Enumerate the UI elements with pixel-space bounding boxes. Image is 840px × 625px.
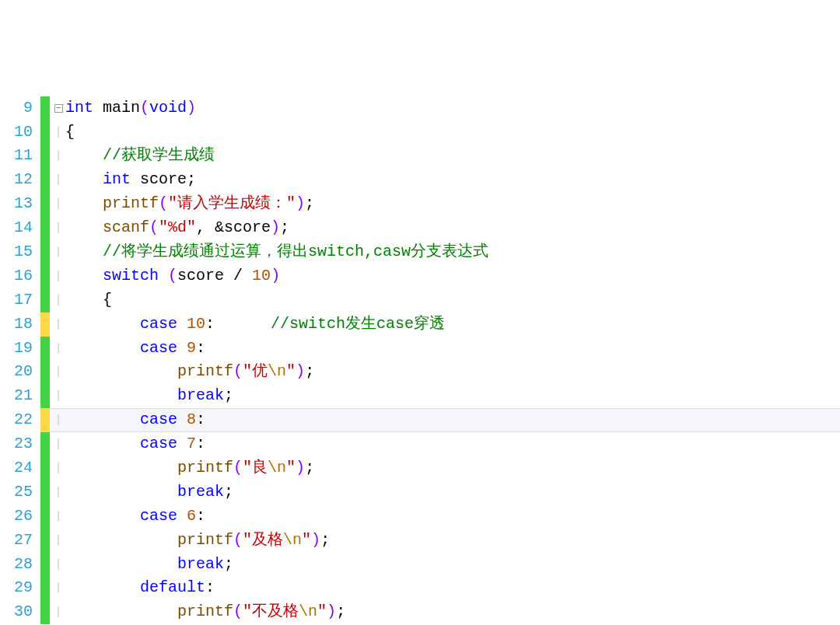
code-token: { [65,123,75,141]
code-token: 8 [187,410,196,428]
line-number: 11 [0,144,33,168]
code-line[interactable]: break; [65,384,840,408]
code-token: //switch发生case穿透 [271,315,445,333]
code-token: ; [280,218,289,236]
code-line[interactable]: case 6: [65,505,840,529]
fold-toggle-icon[interactable]: − [54,104,63,113]
code-line[interactable]: scanf("%d", &score); [65,216,840,240]
code-token: int [103,170,140,188]
change-marker [40,192,50,216]
code-token: ; [305,362,314,380]
fold-cell: | [51,576,65,600]
code-line[interactable]: case 8: [65,408,840,432]
code-token: ) [296,459,305,477]
code-line[interactable]: printf("优\n"); [65,360,840,384]
code-token: 10 [187,315,205,333]
code-line[interactable]: { [65,120,840,145]
code-token: " [302,531,311,549]
code-token: ( [233,531,243,549]
code-token: 10 [252,267,271,285]
change-marker [40,577,50,601]
code-token: case [140,507,177,525]
code-token: : [205,315,215,333]
fold-cell: | [51,600,65,624]
fold-cell: | [51,384,65,408]
code-line[interactable]: break; [65,480,840,505]
code-token: "良 [243,459,268,477]
change-marker [40,553,50,577]
code-line[interactable]: case 10: //switch发生case穿透 [65,312,840,337]
code-token [177,435,187,452]
code-token: "及格 [243,531,283,549]
code-token: : [196,507,205,525]
code-line[interactable]: break; [65,553,840,577]
code-line[interactable]: //获取学生成绩 [65,144,840,168]
code-token: \n [268,459,286,477]
line-number: 24 [0,456,33,480]
code-token [65,507,140,525]
code-token [243,267,252,285]
line-number: 27 [0,529,33,553]
code-token: default [140,578,205,596]
code-token: score [140,170,187,188]
code-token [65,483,177,501]
code-token: : [196,410,205,428]
code-line[interactable]: printf("不及格\n"); [65,600,840,624]
code-token: 9 [187,339,196,357]
code-token: void [149,99,187,117]
fold-cell: | [51,264,65,288]
code-area[interactable]: int main(void){ //获取学生成绩 int score; prin… [65,96,840,625]
line-number: 21 [0,384,33,408]
code-token: int [65,99,103,117]
code-line[interactable]: printf("良\n"); [65,456,840,480]
code-line[interactable]: default: [65,576,840,600]
code-token: printf [177,531,233,549]
code-token: \n [283,531,302,549]
code-token [177,410,187,428]
line-number: 26 [0,505,33,529]
code-token: "请入学生成绩：" [168,194,296,212]
code-line[interactable]: case 9: [65,337,840,361]
code-line[interactable]: switch (score / 10) [65,264,840,288]
fold-cell: | [51,480,65,505]
code-token [65,435,140,452]
fold-cell: | [51,529,65,553]
fold-cell: | [51,240,65,264]
code-line[interactable]: int main(void) [65,96,840,120]
code-token [65,386,177,404]
code-token: : [196,435,205,452]
code-token: ; [336,602,345,620]
code-line[interactable]: printf("请入学生成绩："); [65,192,840,216]
code-token: ( [168,267,177,285]
change-marker [40,337,50,361]
code-token: scanf [103,218,149,236]
code-token: " [286,459,296,477]
code-line[interactable]: printf("及格\n"); [65,529,840,553]
change-marker [40,408,50,432]
code-token: printf [177,362,233,380]
line-number: 13 [0,192,33,216]
code-token: \n [268,362,286,380]
fold-column[interactable]: −||||||||||||||||||||||||| [51,96,65,625]
fold-cell: | [51,553,65,577]
code-token: : [205,578,215,596]
fold-cell: | [51,312,65,337]
code-token: main [103,99,140,117]
code-line[interactable]: //将学生成绩通过运算，得出switch,casw分支表达式 [65,240,840,264]
code-token: { [65,291,112,309]
code-token [65,194,103,212]
code-editor[interactable]: 9101112131415161718192021222324252627282… [0,96,840,625]
code-token: \n [299,602,317,620]
code-token [65,459,177,477]
code-token: "优 [243,362,268,380]
line-number: 12 [0,168,33,192]
code-line[interactable]: { [65,288,840,312]
code-token [215,315,271,333]
code-line[interactable]: int score; [65,168,840,192]
line-number: 9 [0,96,33,120]
code-line[interactable]: case 7: [65,432,840,456]
code-token [65,362,177,380]
line-number: 17 [0,288,33,312]
code-token [65,315,140,333]
fold-cell: − [51,96,65,120]
